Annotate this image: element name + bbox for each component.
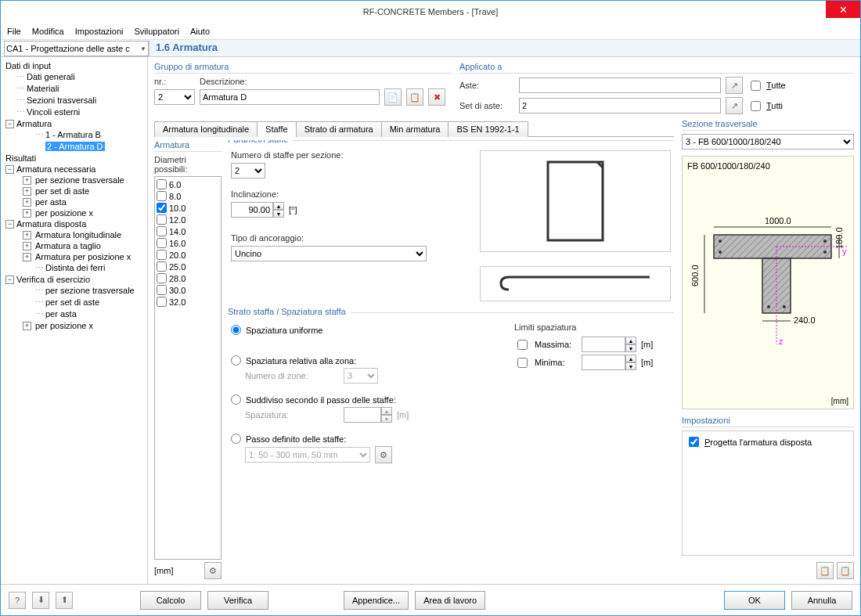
tree-distinta[interactable]: ⋯Distinta dei ferri: [2, 262, 146, 274]
diam-option[interactable]: 14.0: [157, 225, 219, 237]
export-icon[interactable]: ⬆: [56, 592, 73, 609]
svg-point-11: [767, 305, 770, 308]
parametri-head: Parametri staffe: [228, 140, 293, 144]
spin-up-icon[interactable]: ▲: [273, 202, 284, 210]
nr-label: nr.:: [154, 77, 195, 86]
tree-ve-sez[interactable]: ⋯per sezione trasversale: [2, 285, 146, 297]
svg-point-8: [719, 250, 722, 254]
tree-arm-necessaria[interactable]: −Armatura necessaria: [2, 164, 146, 175]
verifica-button[interactable]: Verifica: [207, 591, 268, 610]
svg-text:600.0: 600.0: [690, 265, 700, 286]
tree-ve-posx[interactable]: +per posizione x: [2, 320, 146, 331]
progetta-checkbox[interactable]: Progetta l'armatura disposta: [686, 434, 850, 449]
passo-edit-icon[interactable]: ⚙: [375, 446, 392, 463]
pick-set-icon[interactable]: ↗: [726, 97, 743, 114]
calcolo-button[interactable]: Calcolo: [140, 591, 201, 610]
ok-button[interactable]: OK: [724, 591, 785, 610]
inclinazione-label: Inclinazione:: [231, 189, 474, 199]
menu-sviluppatori[interactable]: Sviluppatori: [134, 27, 178, 36]
tree-arm-posx[interactable]: +Armatura per posizione x: [2, 251, 146, 262]
tab-armatura-long[interactable]: Armatura longitudinale: [154, 121, 258, 137]
radio-passo[interactable]: [231, 434, 241, 444]
massima-checkbox[interactable]: [517, 340, 528, 350]
minima-checkbox[interactable]: [517, 358, 528, 368]
tipo-anc-select[interactable]: Uncino: [231, 246, 427, 261]
tree-sezioni[interactable]: ⋯Sezioni trasversali: [2, 95, 146, 106]
diam-option[interactable]: 6.0: [157, 178, 219, 190]
tree-ve-asta[interactable]: ⋯per asta: [2, 308, 146, 320]
delete-icon[interactable]: ✖: [428, 88, 445, 106]
new-icon[interactable]: 📄: [384, 88, 402, 106]
sezione-head: Sezione trasversale: [682, 119, 854, 131]
radio-relativa[interactable]: [231, 355, 241, 366]
set-aste-label: Set di aste:: [459, 101, 514, 110]
sezione-combo[interactable]: 3 - FB 600/1000/180/240: [682, 134, 854, 149]
num-zone-label: Numero di zone:: [245, 371, 339, 380]
paste-settings-icon[interactable]: 📋: [837, 562, 854, 579]
radio-uniforme[interactable]: [231, 325, 241, 335]
tree-dati-generali[interactable]: ⋯Dati generali: [2, 71, 146, 83]
tree-armatura-1[interactable]: ⋯1 - Armatura B: [2, 129, 146, 141]
tree-vincoli[interactable]: ⋯Vincoli esterni: [2, 106, 146, 118]
help-icon[interactable]: ?: [9, 592, 26, 609]
diam-option[interactable]: 20.0: [157, 249, 219, 261]
tree-verifica-es[interactable]: −Verifica di esercizio: [2, 274, 146, 285]
nav-tree[interactable]: Dati di input ⋯Dati generali ⋯Materiali …: [1, 57, 148, 584]
tree-armatura[interactable]: −Armatura: [2, 118, 146, 129]
tree-arm-disposta[interactable]: −Armatura disposta: [2, 218, 146, 229]
tree-arm-long[interactable]: +Armatura longitudinale: [2, 229, 146, 240]
aste-input[interactable]: [519, 77, 721, 93]
list-settings-icon[interactable]: ⚙: [204, 562, 222, 579]
diam-option[interactable]: 16.0: [157, 237, 219, 249]
pick-aste-icon[interactable]: ↗: [726, 77, 743, 94]
diam-option[interactable]: 12.0: [157, 214, 219, 225]
import-icon[interactable]: ⬇: [32, 592, 49, 609]
diam-option[interactable]: 28.0: [157, 272, 219, 284]
impostazioni-head: Impostazioni: [682, 416, 854, 427]
tutti-checkbox[interactable]: Tutti: [748, 99, 783, 113]
tree-per-set[interactable]: +per set di aste: [2, 186, 146, 196]
tab-min-armatura[interactable]: Min armatura: [381, 121, 449, 137]
tree-per-sezione[interactable]: +per sezione trasversale: [2, 175, 146, 186]
diam-option[interactable]: 30.0: [157, 284, 219, 296]
diam-option[interactable]: 32.0: [157, 296, 219, 308]
tree-ve-set[interactable]: ⋯per set di aste: [2, 297, 146, 308]
tree-armatura-2[interactable]: ⋯2 - Armatura D: [2, 141, 146, 153]
diam-option[interactable]: 25.0: [157, 261, 219, 272]
spin-down-icon[interactable]: ▼: [273, 210, 284, 218]
area-lavoro-button[interactable]: Area di lavoro: [415, 591, 485, 610]
window-title: RF-CONCRETE Members - [Trave]: [363, 7, 499, 16]
tree-per-asta[interactable]: +per asta: [2, 196, 146, 207]
copy-settings-icon[interactable]: 📋: [816, 562, 834, 579]
nr-select[interactable]: 2: [154, 89, 195, 105]
case-combo[interactable]: CA1 - Progettazione delle aste c▼: [4, 41, 149, 56]
passo-select: 1: 50 - 300 mm, 50 mm: [245, 447, 370, 463]
tree-materiali[interactable]: ⋯Materiali: [2, 83, 146, 95]
tree-risultati[interactable]: Risultati: [2, 153, 146, 164]
menu-impostazioni[interactable]: Impostazioni: [75, 27, 124, 36]
tutte-checkbox[interactable]: Tutte: [748, 78, 786, 93]
tree-dati-input[interactable]: Dati di input: [2, 60, 146, 71]
uncino-preview: [480, 266, 671, 301]
descrizione-input[interactable]: [200, 89, 380, 105]
tab-staffe[interactable]: Staffe: [257, 121, 297, 137]
diametri-list[interactable]: 6.08.010.012.014.016.020.025.028.030.032…: [154, 176, 222, 560]
menu-aiuto[interactable]: Aiuto: [190, 27, 210, 36]
tree-per-posx[interactable]: +per posizione x: [2, 207, 146, 218]
tree-arm-taglio[interactable]: +Armatura a taglio: [2, 240, 146, 251]
copy-icon[interactable]: 📋: [406, 88, 423, 106]
close-icon[interactable]: ✕: [826, 1, 860, 18]
appendice-button[interactable]: Appendice...: [344, 591, 409, 610]
set-aste-input[interactable]: [519, 98, 721, 113]
num-staffe-select[interactable]: 2: [231, 163, 265, 178]
svg-point-12: [783, 305, 786, 308]
annulla-button[interactable]: Annulla: [791, 591, 852, 610]
tab-strato[interactable]: Strato di armatura: [296, 121, 382, 137]
menu-file[interactable]: File: [7, 27, 21, 36]
menu-modifica[interactable]: Modifica: [32, 27, 64, 36]
diam-option[interactable]: 10.0: [157, 202, 219, 214]
inclinazione-input[interactable]: [231, 202, 273, 218]
radio-suddiviso[interactable]: [231, 394, 241, 405]
tab-norma[interactable]: BS EN 1992-1-1: [448, 121, 528, 137]
diam-option[interactable]: 8.0: [157, 190, 219, 202]
